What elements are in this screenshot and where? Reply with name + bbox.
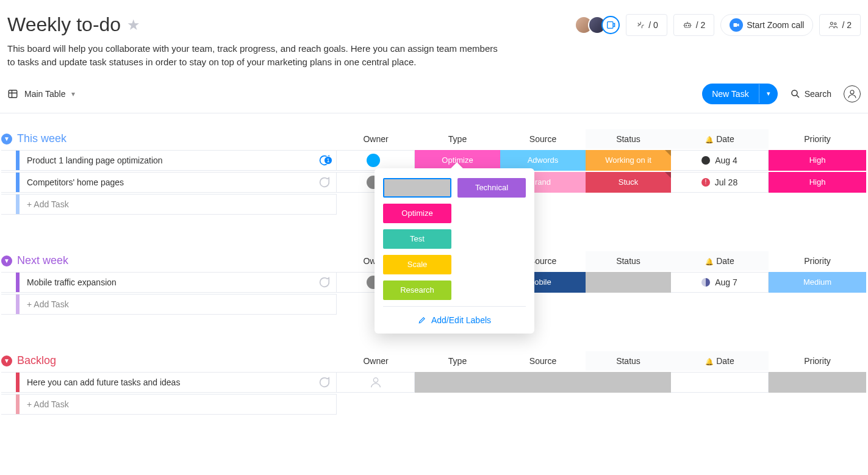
people-icon	[828, 20, 838, 30]
bell-icon: 🔔	[705, 136, 714, 143]
add-task-label: + Add Task	[20, 299, 76, 309]
owner-placeholder-icon	[369, 376, 382, 389]
owner-cell[interactable]	[337, 150, 415, 171]
start-zoom-button[interactable]: Start Zoom call	[720, 14, 813, 36]
chat-icon[interactable]: 1	[312, 154, 336, 167]
view-name: Main Table	[24, 89, 65, 99]
label-cell[interactable]	[415, 372, 500, 393]
automations-button[interactable]: / 2	[673, 14, 715, 36]
label-option[interactable]: Scale	[383, 255, 451, 274]
chat-icon[interactable]	[312, 176, 336, 189]
svg-rect-7	[9, 90, 17, 98]
group-title[interactable]: This week	[17, 132, 66, 145]
status-cell[interactable]: Stuck	[586, 172, 671, 193]
task-row[interactable]: Product 1 landing page optimization1Opti…	[1, 149, 867, 171]
date-status-icon: !	[701, 178, 710, 187]
add-task-label: + Add Task	[20, 199, 76, 209]
svg-point-8	[792, 90, 797, 96]
column-header-owner[interactable]: Owner	[337, 129, 415, 149]
robot-icon	[683, 20, 692, 30]
collapse-icon[interactable]: ▼	[1, 134, 12, 145]
invite-member-icon[interactable]	[601, 16, 620, 34]
group-title[interactable]: Next week	[17, 254, 68, 267]
svg-rect-0	[608, 21, 613, 28]
date-status-icon	[701, 278, 710, 287]
search-button[interactable]: Search	[790, 88, 831, 99]
status-cell[interactable]	[586, 372, 671, 393]
group-title[interactable]: Backlog	[17, 354, 56, 367]
profile-icon[interactable]	[844, 85, 861, 102]
board-members-button[interactable]: / 2	[819, 14, 861, 36]
date-text: Aug 4	[715, 155, 737, 165]
column-header-status[interactable]: Status	[586, 129, 671, 149]
svg-point-6	[834, 23, 836, 24]
date-cell[interactable]: Aug 7	[671, 272, 769, 293]
label-cell[interactable]: High	[769, 172, 866, 193]
date-cell[interactable]	[671, 372, 769, 393]
label-option[interactable]: Research	[383, 280, 451, 300]
column-header-date[interactable]: 🔔Date	[671, 351, 769, 371]
chat-icon[interactable]	[312, 376, 336, 389]
column-header-priority[interactable]: Priority	[769, 129, 866, 149]
new-task-label: New Task	[702, 84, 758, 104]
bell-icon: 🔔	[705, 258, 714, 265]
table-icon	[7, 88, 18, 99]
label-cell[interactable]	[769, 372, 866, 393]
add-task-button[interactable]: + Add Task	[1, 394, 337, 415]
automations-count: / 2	[696, 20, 706, 30]
status-cell[interactable]: Working on it	[586, 150, 671, 171]
column-header-source[interactable]: Source	[500, 351, 586, 371]
label-cell[interactable]: High	[769, 150, 866, 171]
column-header-date[interactable]: 🔔Date	[671, 251, 769, 271]
svg-point-10	[373, 377, 378, 382]
board-title: Weekly to-do	[7, 13, 121, 36]
owner-avatar	[365, 152, 381, 168]
new-task-dropdown[interactable]: ▾	[759, 84, 778, 103]
svg-point-2	[686, 25, 686, 26]
label-option-blank[interactable]	[383, 178, 451, 198]
chat-count: 1	[324, 156, 332, 165]
status-cell[interactable]	[586, 272, 671, 293]
column-header-source[interactable]: Source	[500, 129, 586, 149]
column-header-priority[interactable]: Priority	[769, 351, 866, 371]
date-cell[interactable]: Aug 4	[671, 150, 769, 171]
search-icon	[790, 88, 801, 99]
favorite-star-icon[interactable]: ★	[127, 16, 140, 34]
owner-cell[interactable]	[337, 372, 415, 393]
board-members-avatars[interactable]	[575, 16, 620, 34]
collapse-icon[interactable]: ▼	[1, 255, 12, 266]
label-cell[interactable]: Adwords	[500, 150, 586, 171]
column-header-status[interactable]: Status	[586, 351, 671, 371]
svg-point-9	[850, 90, 854, 94]
date-cell[interactable]: !Jul 28	[671, 172, 769, 193]
label-option[interactable]: Optimize	[383, 204, 451, 223]
view-switcher[interactable]: Main Table ▾	[7, 88, 75, 99]
task-row[interactable]: Here you can add future tasks and ideas	[1, 371, 867, 393]
label-option[interactable]: Technical	[457, 178, 526, 198]
chat-icon[interactable]	[312, 276, 336, 289]
label-cell[interactable]	[500, 372, 586, 393]
column-header-date[interactable]: 🔔Date	[671, 129, 769, 149]
integrations-count: / 0	[648, 20, 658, 30]
collapse-icon[interactable]: ▼	[1, 355, 12, 366]
integrations-button[interactable]: / 0	[626, 14, 667, 36]
add-edit-labels-button[interactable]: Add/Edit Labels	[383, 306, 526, 334]
column-header-owner[interactable]: Owner	[337, 351, 415, 371]
column-header-type[interactable]: Type	[415, 129, 500, 149]
task-name[interactable]: Competitors' home pages	[20, 177, 312, 187]
label-picker-popover: OptimizeTestScaleResearchTechnicalAdd/Ed…	[375, 168, 534, 334]
column-header-status[interactable]: Status	[586, 251, 671, 271]
label-option[interactable]: Test	[383, 229, 451, 249]
task-name[interactable]: Mobile traffic expansion	[20, 277, 312, 287]
label-cell[interactable]: Medium	[769, 272, 866, 293]
add-task-button[interactable]: + Add Task	[1, 194, 337, 215]
new-task-button[interactable]: New Task ▾	[702, 84, 777, 104]
column-header-type[interactable]: Type	[415, 351, 500, 371]
pencil-icon	[418, 316, 426, 324]
task-name[interactable]: Here you can add future tasks and ideas	[20, 377, 312, 387]
task-name[interactable]: Product 1 landing page optimization	[20, 155, 312, 165]
chevron-down-icon: ▾	[71, 90, 75, 98]
column-header-priority[interactable]: Priority	[769, 251, 866, 271]
svg-rect-4	[734, 23, 737, 27]
add-task-button[interactable]: + Add Task	[1, 294, 337, 315]
